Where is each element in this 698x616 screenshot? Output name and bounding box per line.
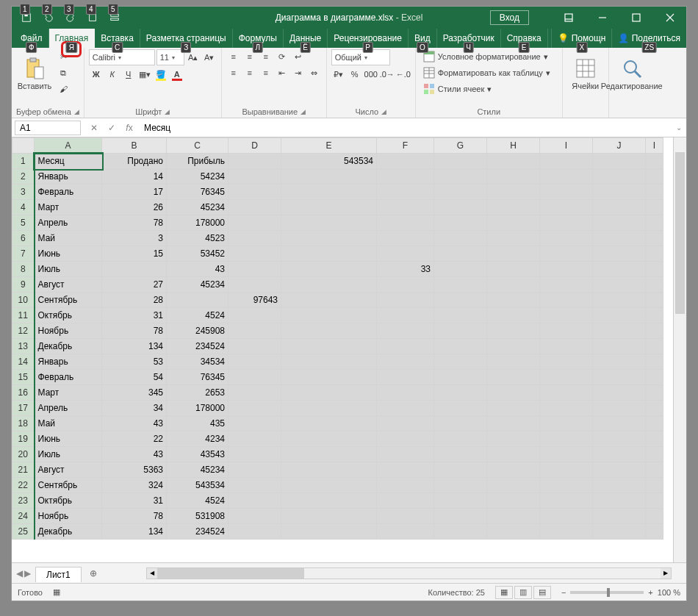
cell[interactable]: 4524: [167, 308, 229, 323]
cell[interactable]: [487, 431, 540, 447]
cell[interactable]: 53: [102, 354, 167, 370]
cell[interactable]: [434, 462, 487, 478]
cell[interactable]: 134: [102, 524, 167, 540]
cell[interactable]: 54234: [167, 169, 229, 185]
cell[interactable]: 234524: [167, 524, 229, 540]
cell[interactable]: [540, 277, 593, 293]
cell[interactable]: [593, 339, 646, 354]
cell[interactable]: 43: [167, 262, 229, 277]
percent-icon[interactable]: %: [348, 67, 362, 82]
cell[interactable]: Март: [35, 385, 102, 401]
cell[interactable]: 234524: [167, 339, 229, 354]
cell[interactable]: Июнь: [35, 246, 102, 262]
cell[interactable]: [377, 447, 434, 462]
cell[interactable]: [281, 447, 377, 462]
cell[interactable]: Октябрь: [35, 493, 102, 509]
cell[interactable]: 76345: [167, 370, 229, 385]
cell[interactable]: 31: [102, 493, 167, 509]
view-page-icon[interactable]: ▥: [514, 586, 532, 599]
spreadsheet-grid[interactable]: ABCDEFGHIJI1МесяцПроданоПрибыль5435342Ян…: [12, 137, 686, 562]
cell[interactable]: 435: [167, 416, 229, 431]
italic-button[interactable]: К: [105, 67, 120, 82]
row-header[interactable]: 18: [12, 416, 35, 431]
row-header[interactable]: 3: [12, 185, 35, 200]
cell[interactable]: [229, 200, 281, 215]
close-icon[interactable]: [654, 7, 686, 29]
cell[interactable]: [646, 524, 663, 540]
cell[interactable]: [593, 385, 646, 401]
align-left-icon[interactable]: ≡: [226, 65, 241, 80]
cell[interactable]: 324: [102, 478, 167, 493]
cell[interactable]: [281, 231, 377, 246]
cell[interactable]: [281, 431, 377, 447]
cell[interactable]: [377, 200, 434, 215]
zoom-control[interactable]: − + 100 %: [561, 588, 680, 597]
cell[interactable]: 28: [102, 293, 167, 308]
cell[interactable]: Сентябрь: [35, 293, 102, 308]
cell[interactable]: [593, 277, 646, 293]
cell[interactable]: [434, 185, 487, 200]
cell[interactable]: [377, 431, 434, 447]
cell[interactable]: Ноябрь: [35, 323, 102, 339]
cell[interactable]: [229, 323, 281, 339]
dec-decimal-icon[interactable]: ←.0: [396, 67, 411, 82]
cell-styles-button[interactable]: Стили ячеек ▾: [420, 82, 558, 96]
cell[interactable]: Ноябрь: [35, 509, 102, 524]
copy-icon[interactable]: ⧉: [56, 65, 71, 80]
cell[interactable]: 76345: [167, 185, 229, 200]
comma-icon[interactable]: 000: [364, 67, 378, 82]
cell[interactable]: [487, 169, 540, 185]
cell[interactable]: 15: [102, 246, 167, 262]
cell[interactable]: [229, 354, 281, 370]
cell[interactable]: 178000: [167, 401, 229, 416]
column-header[interactable]: A: [35, 138, 102, 154]
zoom-in-icon[interactable]: +: [648, 588, 652, 597]
currency-icon[interactable]: ₽▾: [331, 67, 346, 82]
cell[interactable]: [646, 262, 663, 277]
cell[interactable]: [593, 262, 646, 277]
cell[interactable]: [281, 246, 377, 262]
cell[interactable]: [646, 200, 663, 215]
cell[interactable]: [281, 262, 377, 277]
cell[interactable]: Май: [35, 231, 102, 246]
cell[interactable]: Месяц: [35, 154, 102, 169]
cell[interactable]: [593, 447, 646, 462]
cell[interactable]: [540, 246, 593, 262]
tab-разметка страницы[interactable]: Разметка страницыЗ: [140, 29, 233, 48]
zoom-slider[interactable]: [570, 591, 644, 594]
column-header[interactable]: E: [281, 138, 377, 154]
font-size-combo[interactable]: 11▾: [156, 49, 184, 65]
row-header[interactable]: 1: [12, 154, 35, 169]
select-all-corner[interactable]: [12, 138, 35, 154]
cell[interactable]: [487, 401, 540, 416]
cell[interactable]: [540, 185, 593, 200]
cells-button[interactable]: Ячейки: [567, 49, 604, 98]
cell[interactable]: 17: [102, 185, 167, 200]
cell[interactable]: [540, 323, 593, 339]
cell[interactable]: [593, 154, 646, 169]
cell[interactable]: [229, 370, 281, 385]
dialog-launcher-icon[interactable]: ◢: [165, 108, 170, 115]
cell[interactable]: 5363: [102, 462, 167, 478]
cell[interactable]: [281, 200, 377, 215]
cell[interactable]: [646, 293, 663, 308]
cell[interactable]: [646, 431, 663, 447]
row-header[interactable]: 15: [12, 370, 35, 385]
cell[interactable]: 345: [102, 385, 167, 401]
align-right-icon[interactable]: ≡: [259, 65, 273, 80]
cell[interactable]: Август: [35, 277, 102, 293]
cell[interactable]: [434, 277, 487, 293]
row-header[interactable]: 7: [12, 246, 35, 262]
cell[interactable]: Март: [35, 200, 102, 215]
cell[interactable]: [281, 169, 377, 185]
cell[interactable]: [434, 215, 487, 231]
cell[interactable]: [593, 462, 646, 478]
format-as-table-button[interactable]: Форматировать как таблицу ▾: [420, 65, 558, 80]
cell[interactable]: [377, 385, 434, 401]
cell[interactable]: [229, 416, 281, 431]
cell[interactable]: 543534: [167, 478, 229, 493]
cell[interactable]: [646, 215, 663, 231]
cell[interactable]: [540, 154, 593, 169]
cell[interactable]: 43543: [167, 447, 229, 462]
cell[interactable]: [593, 308, 646, 323]
